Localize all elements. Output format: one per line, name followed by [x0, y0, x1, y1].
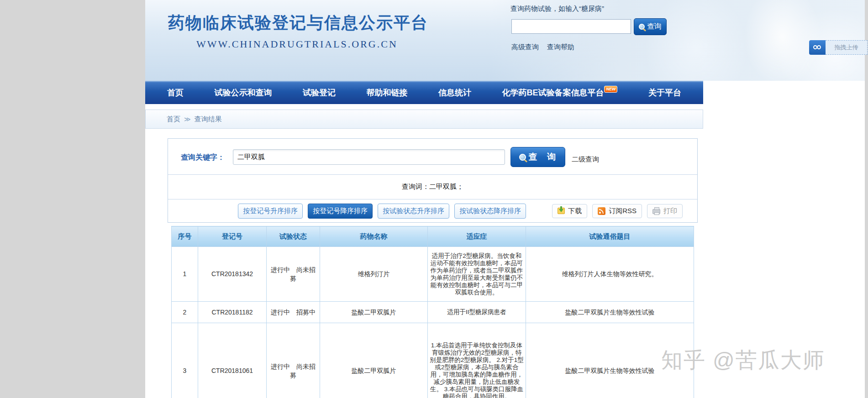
site-header: 药物临床试验登记与信息公示平台 WWW.CHINADRUGTRIALS.ORG.…: [145, 0, 865, 81]
keyword-label: 查询关键字：: [181, 153, 225, 162]
query-term-text: 查询词：二甲双胍；: [402, 183, 463, 191]
cell-drug: 盐酸二甲双胍片: [320, 302, 428, 323]
table-row: 1 CTR20181342 进行中 尚未招募 维格列汀片 适用于治疗2型糖尿病。…: [172, 247, 694, 302]
content-area: 查询关键字： 查 询 二级查询 查询词：二甲双胍； 按登记号升序排序 按登记号降…: [168, 138, 698, 398]
page: 药物临床试验登记与信息公示平台 WWW.CHINADRUGTRIALS.ORG.…: [145, 0, 865, 398]
cell-no: 3: [172, 323, 198, 398]
cell-no: 2: [172, 302, 198, 323]
cell-drug: 维格列汀片: [320, 247, 428, 302]
table-header-row: 序号 登记号 试验状态 药物名称 适应症 试验通俗题目: [172, 226, 694, 247]
site-url: WWW.CHINADRUGTRIALS.ORG.CN: [196, 38, 398, 50]
keyword-input[interactable]: [233, 149, 505, 165]
advanced-search-link[interactable]: 高级查询: [511, 43, 539, 52]
cell-regno: CTR20181182: [198, 302, 267, 323]
cell-indication: 适用于治疗2型糖尿病。当饮食和运动不能有效控制血糖时，本品可作为单药治疗，或者当…: [428, 247, 526, 302]
sort-status-desc-button[interactable]: 按试验状态降序排序: [454, 204, 526, 219]
magnifier-icon: [639, 24, 645, 30]
col-header-regno: 登记号: [198, 226, 267, 247]
search-button[interactable]: 查 询: [510, 147, 565, 167]
site-title: 药物临床试验登记与信息公示平台: [168, 12, 428, 34]
breadcrumb-current: 查询结果: [195, 115, 222, 124]
rss-subscribe-button[interactable]: 订阅RSS: [592, 204, 642, 218]
header-search-button[interactable]: 查询: [634, 18, 667, 35]
nav-item-trial-register[interactable]: 试验登记: [303, 87, 336, 98]
drag-upload-label: 拖拽上传: [826, 40, 868, 55]
nav-item-about[interactable]: 关于平台: [648, 87, 681, 98]
cell-title: 盐酸二甲双胍片生物等效性试验: [526, 302, 694, 323]
nav-item-trial-search[interactable]: 试验公示和查询: [214, 87, 272, 98]
table-row: 2 CTR20181182 进行中 招募中 盐酸二甲双胍片 适用于II型糖尿病患…: [172, 302, 694, 323]
printer-icon: [652, 209, 660, 214]
cell-status: 进行中 招募中: [267, 302, 320, 323]
drag-upload-widget[interactable]: 拖拽上传: [809, 40, 868, 55]
cell-indication: 适用于II型糖尿病患者: [428, 302, 526, 323]
header-search-hint: 查询药物试验，如输入“糖尿病”: [510, 5, 604, 13]
breadcrumb-home-link[interactable]: 首页: [167, 115, 180, 124]
main-nav: 首页 试验公示和查询 试验登记 帮助和链接 信息统计 化学药BE试验备案信息平台…: [145, 81, 703, 104]
table-row: 3 CTR20181061 进行中 尚未招募 盐酸二甲双胍片 1.本品首选用于单…: [172, 323, 694, 398]
rings-icon: [809, 40, 826, 55]
search-help-link[interactable]: 查询帮助: [547, 43, 574, 52]
rss-icon: [598, 207, 605, 215]
sort-status-asc-button[interactable]: 按试验状态升序排序: [378, 204, 449, 219]
cell-regno: CTR20181061: [198, 323, 267, 398]
cell-regno: CTR20181342: [198, 247, 267, 302]
sort-toolbar: 按登记号升序排序 按登记号降序排序 按试验状态升序排序 按试验状态降序排序 下载…: [168, 199, 697, 222]
cell-no: 1: [172, 247, 198, 302]
sort-regno-asc-button[interactable]: 按登记号升序排序: [238, 204, 303, 219]
cell-drug: 盐酸二甲双胍片: [320, 323, 428, 398]
secondary-query-link[interactable]: 二级查询: [572, 155, 599, 164]
keyword-search-row: 查询关键字： 查 询 二级查询: [168, 139, 697, 175]
new-badge: NEW: [604, 86, 617, 93]
nav-item-home[interactable]: 首页: [167, 87, 184, 98]
watermark: 知乎 @苦瓜大师: [661, 346, 825, 375]
breadcrumb-separator: ≫: [184, 115, 191, 123]
header-search-input[interactable]: [511, 19, 631, 34]
results-table: 序号 登记号 试验状态 药物名称 适应症 试验通俗题目 1 CTR2018134…: [171, 226, 694, 398]
col-header-title: 试验通俗题目: [526, 226, 694, 247]
download-icon: [558, 208, 565, 214]
nav-item-help-links[interactable]: 帮助和链接: [366, 87, 407, 98]
nav-item-statistics[interactable]: 信息统计: [438, 87, 471, 98]
query-term-row: 查询词：二甲双胍；: [168, 175, 697, 199]
sort-regno-desc-button[interactable]: 按登记号降序排序: [308, 204, 373, 219]
cell-indication: 1.本品首选用于单纯饮食控制及体育锻炼治疗无效的2型糖尿病，特别是肥胖的2型糖尿…: [428, 323, 526, 398]
nav-item-be-platform[interactable]: 化学药BE试验备案信息平台NEW: [502, 87, 617, 98]
col-header-drug: 药物名称: [320, 226, 428, 247]
cell-title: 维格列汀片人体生物等效性研究。: [526, 247, 694, 302]
magnifier-icon: [519, 154, 526, 161]
col-header-status: 试验状态: [267, 226, 320, 247]
col-header-no: 序号: [172, 226, 198, 247]
breadcrumb: 首页 ≫ 查询结果: [145, 110, 703, 129]
query-panel: 查询关键字： 查 询 二级查询 查询词：二甲双胍； 按登记号升序排序 按登记号降…: [168, 138, 698, 223]
col-header-indication: 适应症: [428, 226, 526, 247]
print-button[interactable]: 打印: [647, 204, 683, 218]
cell-status: 进行中 尚未招募: [267, 247, 320, 302]
download-button[interactable]: 下载: [552, 204, 587, 218]
cell-status: 进行中 尚未招募: [267, 323, 320, 398]
